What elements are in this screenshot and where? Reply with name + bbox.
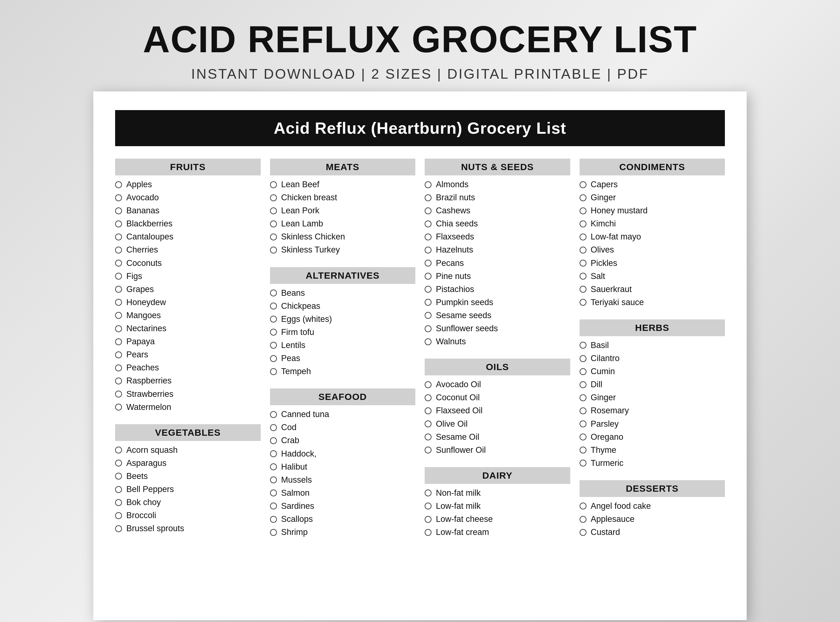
- list-item: Cherries: [115, 244, 261, 255]
- checkbox-icon: [425, 312, 432, 319]
- item-label: Salmon: [281, 488, 310, 499]
- item-label: Cilantro: [591, 353, 620, 364]
- checkbox-icon: [425, 181, 432, 188]
- item-label: Bananas: [126, 205, 160, 216]
- checkbox-icon: [425, 299, 432, 306]
- checkbox-icon: [425, 286, 432, 293]
- list-item: Turmeric: [580, 458, 725, 469]
- list-item: Apples: [115, 179, 261, 190]
- checkbox-icon: [115, 233, 122, 240]
- list-item: Lean Beef: [270, 179, 415, 190]
- checkbox-icon: [580, 381, 586, 388]
- list-item: Avocado: [115, 192, 261, 203]
- list-item: Shrimp: [270, 527, 415, 538]
- list-item: Cashews: [425, 205, 570, 216]
- list-item: Low-fat milk: [425, 501, 570, 512]
- checkbox-icon: [115, 512, 122, 519]
- section-header: CONDIMENTS: [580, 159, 725, 175]
- list-item: Oregano: [580, 431, 725, 442]
- list-item: Low-fat cheese: [425, 514, 570, 524]
- item-label: Honey mustard: [591, 205, 648, 216]
- list-item: Halibut: [270, 462, 415, 473]
- checkbox-icon: [115, 364, 122, 371]
- item-label: Capers: [591, 179, 618, 190]
- page-title: ACID REFLUX GROCERY LIST: [0, 19, 840, 60]
- list-item: Rosemary: [580, 405, 725, 416]
- checkbox-icon: [425, 503, 432, 509]
- item-label: Kimchi: [591, 218, 616, 229]
- checkbox-icon: [580, 181, 586, 188]
- checkbox-icon: [115, 486, 122, 493]
- list-item: Pickles: [580, 258, 725, 269]
- list-item: Haddock,: [270, 448, 415, 459]
- checkbox-icon: [580, 194, 586, 201]
- checkbox-icon: [580, 260, 586, 267]
- item-label: Pecans: [436, 258, 464, 269]
- section-condiments: CONDIMENTSCapersGingerHoney mustardKimch…: [580, 159, 725, 310]
- checkbox-icon: [270, 529, 277, 536]
- list-item: Sesame Oil: [425, 431, 570, 442]
- list-item: Pistachios: [425, 284, 570, 295]
- item-label: Bell Peppers: [126, 484, 174, 495]
- checkbox-icon: [115, 286, 122, 293]
- list-item: Walnuts: [425, 336, 570, 347]
- checkbox-icon: [425, 221, 432, 227]
- item-label: Sunflower Oil: [436, 445, 486, 456]
- item-label: Skinless Chicken: [281, 232, 345, 242]
- column-2: MEATSLean BeefChicken breastLean PorkLea…: [270, 159, 415, 549]
- list-item: Chicken breast: [270, 192, 415, 203]
- list-item: Nectarines: [115, 323, 261, 334]
- item-label: Raspberries: [126, 375, 172, 386]
- checkbox-icon: [115, 312, 122, 319]
- checkbox-icon: [270, 233, 277, 240]
- checkbox-icon: [115, 351, 122, 358]
- list-item: Cumin: [580, 366, 725, 377]
- checkbox-icon: [580, 286, 586, 293]
- item-label: Cantaloupes: [126, 232, 174, 242]
- list-item: Raspberries: [115, 375, 261, 386]
- checkbox-icon: [580, 221, 586, 227]
- item-label: Pears: [126, 349, 148, 360]
- item-label: Eggs (whites): [281, 314, 332, 325]
- checkbox-icon: [115, 221, 122, 227]
- item-label: Avocado Oil: [436, 379, 481, 390]
- list-item: Chickpeas: [270, 301, 415, 312]
- item-label: Brazil nuts: [436, 192, 475, 203]
- list-item: Kimchi: [580, 218, 725, 229]
- section-meats: MEATSLean BeefChicken breastLean PorkLea…: [270, 159, 415, 258]
- doc-title: Acid Reflux (Heartburn) Grocery List: [115, 110, 725, 146]
- list-item: Cantaloupes: [115, 232, 261, 242]
- item-label: Honeydew: [126, 297, 166, 308]
- item-label: Blackberries: [126, 218, 173, 229]
- item-label: Haddock,: [281, 448, 317, 459]
- item-label: Firm tofu: [281, 327, 315, 338]
- section-header: DESSERTS: [580, 480, 725, 497]
- checkbox-icon: [115, 260, 122, 267]
- item-label: Non-fat milk: [436, 488, 481, 499]
- checkbox-icon: [115, 299, 122, 306]
- list-item: Teriyaki sauce: [580, 297, 725, 308]
- checkbox-icon: [270, 221, 277, 227]
- list-item: Pumpkin seeds: [425, 297, 570, 308]
- item-label: Brussel sprouts: [126, 523, 184, 534]
- checkbox-icon: [425, 529, 432, 536]
- checkbox-icon: [270, 303, 277, 309]
- checkbox-icon: [270, 411, 277, 418]
- list-item: Firm tofu: [270, 327, 415, 338]
- checkbox-icon: [580, 233, 586, 240]
- section-vegetables: VEGETABLESAcorn squashAsparagusBeetsBell…: [115, 424, 261, 537]
- checkbox-icon: [425, 273, 432, 280]
- item-label: Avocado: [126, 192, 159, 203]
- item-label: Asparagus: [126, 458, 166, 469]
- checkbox-icon: [425, 489, 432, 496]
- checkbox-icon: [115, 325, 122, 332]
- checkbox-icon: [425, 516, 432, 523]
- section-herbs: HERBSBasilCilantroCuminDillGingerRosemar…: [580, 319, 725, 471]
- item-label: Watermelon: [126, 402, 171, 413]
- list-item: Beets: [115, 471, 261, 482]
- item-label: Lean Beef: [281, 179, 319, 190]
- list-item: Non-fat milk: [425, 488, 570, 499]
- checkbox-icon: [580, 368, 586, 375]
- list-item: Pecans: [425, 258, 570, 269]
- item-label: Mangoes: [126, 310, 161, 321]
